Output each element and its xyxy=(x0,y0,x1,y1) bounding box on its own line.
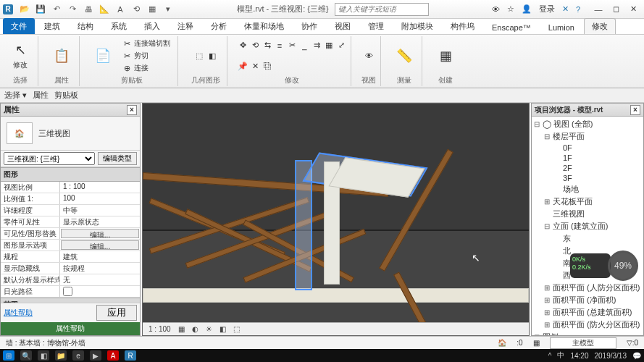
trim-icon[interactable]: ✂ xyxy=(287,41,297,51)
worksets-icon[interactable]: ▦ xyxy=(533,339,540,347)
type-selector[interactable]: 🏠 三维视图 xyxy=(1,117,140,151)
expand-icon[interactable]: ⊞ xyxy=(543,308,551,316)
coping-button[interactable]: ✂连接端切割 xyxy=(119,38,173,49)
close-panel-button[interactable]: × xyxy=(127,105,137,115)
tab-goujw[interactable]: 构件坞 xyxy=(443,18,482,34)
edit-type-button[interactable]: 编辑类型 xyxy=(98,152,137,165)
sheet-icon[interactable]: ▦ xyxy=(146,4,158,15)
offset-icon[interactable]: ⇉ xyxy=(311,41,322,51)
clipboard-toggle[interactable]: 剪贴板 xyxy=(54,90,78,101)
tree-node[interactable]: 三维视图 xyxy=(533,208,642,220)
edge-icon[interactable]: e xyxy=(72,350,84,361)
explorer-icon[interactable]: 📁 xyxy=(55,350,67,361)
scale-icon[interactable]: ⤢ xyxy=(336,41,346,51)
geom-icon2[interactable]: ◧ xyxy=(207,51,217,61)
search-input[interactable] xyxy=(335,3,429,16)
tree-node[interactable]: ⊞面积平面 (净面积) xyxy=(533,294,642,306)
taskview-button[interactable]: ◧ xyxy=(38,350,49,361)
properties-button[interactable]: 📋 xyxy=(49,37,75,75)
expand-icon[interactable]: ⊟ xyxy=(543,222,551,230)
sunpath-checkbox[interactable] xyxy=(63,287,72,296)
filter-icon[interactable]: ▽:0 xyxy=(627,339,638,347)
dropdown-icon[interactable]: ▾ xyxy=(162,4,174,15)
select-dropdown[interactable]: 选择 ▾ xyxy=(4,90,27,101)
maximize-button[interactable]: ◻ xyxy=(608,3,624,16)
video-icon[interactable]: ▶ xyxy=(90,350,101,361)
tab-massing[interactable]: 体量和场地 xyxy=(236,18,292,34)
move-icon[interactable]: ✥ xyxy=(238,41,248,51)
measure-icon[interactable]: 📐 xyxy=(99,4,110,15)
edit-vg-button[interactable]: 编辑... xyxy=(61,229,139,238)
tab-enscape[interactable]: Enscape™ xyxy=(484,20,539,34)
copy-icon[interactable]: ⿻ xyxy=(262,61,272,71)
detail-icon[interactable]: ▦ xyxy=(178,325,185,333)
viewport[interactable]: — ◻ × ↖ 1 : 100 xyxy=(142,103,530,336)
tree-node[interactable]: ⊟◯视图 (全部) xyxy=(533,118,642,130)
autocad-icon[interactable]: A xyxy=(107,350,119,361)
revit-icon[interactable]: R xyxy=(125,350,136,361)
browser-tree[interactable]: ⊟◯视图 (全部)⊟楼层平面0F1F2F3F场地⊞天花板平面三维视图⊟立面 (建… xyxy=(532,117,643,335)
tree-node[interactable]: ⊞图例 xyxy=(533,331,642,335)
create-button[interactable]: ▦ xyxy=(432,37,459,75)
edit-display-button[interactable]: 编辑... xyxy=(61,240,139,250)
tree-node[interactable]: ⊞面积平面 (防火分区面积) xyxy=(533,319,642,331)
tree-node[interactable]: ⊟立面 (建筑立面) xyxy=(533,220,642,232)
split-icon[interactable]: ⎯ xyxy=(299,41,309,51)
tab-modify[interactable]: 修改 xyxy=(584,18,616,34)
apply-button[interactable]: 应用 xyxy=(96,305,137,321)
print-icon[interactable]: 🖶 xyxy=(83,4,94,15)
tab-manage[interactable]: 管理 xyxy=(360,18,392,34)
tray-up-icon[interactable]: ^ xyxy=(548,352,552,360)
expand-icon[interactable]: ⊟ xyxy=(543,132,551,140)
visual-style-icon[interactable]: ◐ xyxy=(192,325,198,333)
sun-icon[interactable]: ☀ xyxy=(206,325,212,333)
tree-node[interactable]: 0F xyxy=(533,143,642,153)
geom-icon[interactable]: ⬚ xyxy=(194,51,204,61)
main-model-label[interactable]: 主模型 xyxy=(550,337,616,349)
clock-time[interactable]: 14:20 xyxy=(570,352,588,360)
tree-node[interactable]: ⊞面积平面 (总建筑面积) xyxy=(533,306,642,319)
tree-node[interactable]: 场地 xyxy=(533,183,642,195)
infocenter-icon[interactable]: 👁 xyxy=(492,5,500,14)
expand-icon[interactable]: ⊞ xyxy=(533,333,540,335)
redo-icon[interactable]: ↷ xyxy=(67,4,78,15)
join-button[interactable]: ⊕连接 xyxy=(119,62,173,74)
tab-lumion[interactable]: Lumion xyxy=(540,20,582,34)
tab-addins[interactable]: 附加模块 xyxy=(393,18,441,34)
expand-icon[interactable]: ⊟ xyxy=(533,120,540,128)
align-icon[interactable]: ≡ xyxy=(275,41,285,51)
tree-node[interactable]: ⊞天花板平面 xyxy=(533,195,642,208)
user-icon[interactable]: ☆ xyxy=(507,4,514,14)
tab-arch[interactable]: 建筑 xyxy=(36,18,68,34)
expand-icon[interactable]: ⊞ xyxy=(543,284,551,292)
tree-node[interactable]: 3F xyxy=(533,173,642,183)
view-dropdown[interactable]: 三维视图: {三维} xyxy=(4,152,95,165)
notification-icon[interactable]: 💬 xyxy=(632,352,641,360)
ime-icon[interactable]: 中 xyxy=(557,350,564,361)
rotate-icon[interactable]: ⟲ xyxy=(250,41,260,51)
tree-node[interactable]: 1F xyxy=(533,153,642,163)
tab-file[interactable]: 文件 xyxy=(3,18,35,34)
open-icon[interactable]: 📂 xyxy=(19,4,30,15)
undo-icon[interactable]: ↶ xyxy=(51,4,62,15)
properties-help-bar[interactable]: 属性帮助 xyxy=(1,322,140,335)
view-icon[interactable]: 👁 xyxy=(364,51,374,61)
tree-node[interactable]: ⊟楼层平面 xyxy=(533,130,642,143)
signin-icon[interactable]: 👤 xyxy=(522,4,532,14)
paste-button[interactable]: 📄 xyxy=(90,37,116,75)
search-button[interactable]: 🔍 xyxy=(20,350,32,361)
close-button[interactable]: ✕ xyxy=(625,3,641,16)
tree-node[interactable]: 东 xyxy=(533,232,642,245)
tab-annotate[interactable]: 注释 xyxy=(170,18,201,34)
measure-button[interactable]: 📏 xyxy=(391,37,417,75)
pin-icon[interactable]: 📌 xyxy=(238,61,248,71)
modify-button[interactable]: ↖修改 xyxy=(7,37,33,75)
login-label[interactable]: 登录 xyxy=(539,4,555,14)
expand-icon[interactable]: ⊞ xyxy=(543,321,551,329)
tree-node[interactable]: 2F xyxy=(533,163,642,173)
expand-icon[interactable]: ⊞ xyxy=(543,198,551,206)
close-browser-button[interactable]: × xyxy=(630,105,640,115)
shadow-icon[interactable]: ◧ xyxy=(219,325,226,333)
sync-icon[interactable]: ⟲ xyxy=(130,4,142,15)
tab-view[interactable]: 视图 xyxy=(327,18,359,34)
